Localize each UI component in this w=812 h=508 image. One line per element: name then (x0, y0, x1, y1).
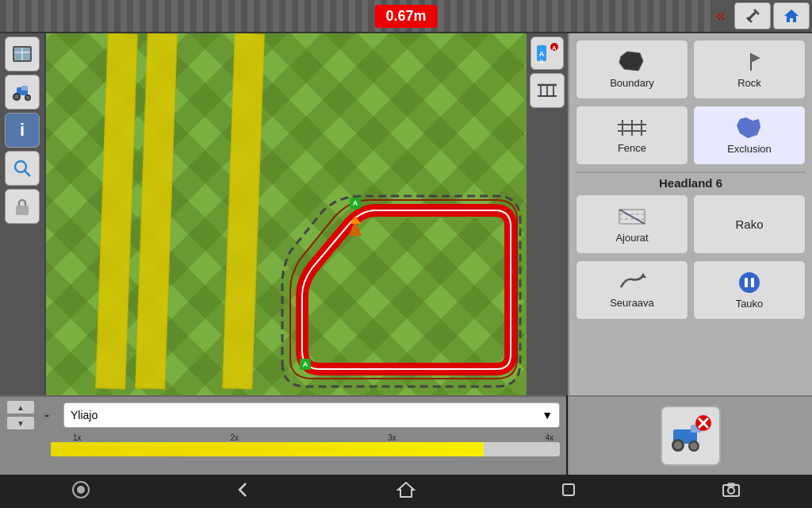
panel-section-2: Fence Exclusion (569, 106, 812, 171)
svg-marker-1 (784, 10, 799, 22)
svg-point-55 (691, 443, 698, 450)
panel-section-4: Seuraava Tauko (569, 260, 812, 326)
exclusion-icon (735, 116, 764, 140)
svg-text:B: B (540, 59, 544, 64)
svg-rect-63 (563, 484, 574, 495)
speed-2x: 2x (230, 433, 239, 442)
ajourat-icon (618, 205, 646, 229)
recents-button[interactable] (546, 477, 591, 506)
mode-dropdown-value: Yliajo (71, 409, 98, 421)
svg-text:A: A (303, 360, 308, 368)
svg-point-61 (77, 486, 85, 494)
speed-down-button[interactable]: ▼ (6, 416, 35, 430)
exclusion-label: Exclusion (727, 143, 772, 155)
svg-marker-37 (640, 273, 646, 278)
control-bar: ▲ ▼ - Yliajo ▼ 1x 2x 3x 4x (0, 395, 566, 475)
android-home-button[interactable] (384, 477, 428, 506)
svg-marker-62 (398, 483, 414, 497)
rako-label: Rako (735, 217, 763, 231)
panel-section-3: Ajourat Rako (569, 191, 812, 260)
rako-button[interactable]: Rako (693, 194, 806, 254)
svg-rect-14 (16, 206, 29, 215)
home-button[interactable] (773, 2, 810, 29)
svg-point-53 (674, 441, 682, 449)
chevrons-right-icon: « (716, 6, 726, 26)
svg-text:A: A (539, 50, 545, 58)
seuraava-icon (618, 271, 646, 294)
boundary-icon (618, 50, 646, 74)
svg-rect-39 (745, 278, 748, 287)
svg-text:A: A (552, 44, 557, 52)
svg-point-10 (26, 96, 30, 100)
bottom-bar (0, 475, 812, 508)
logo-button[interactable] (59, 477, 103, 506)
camera-button[interactable] (709, 477, 753, 506)
mode-dropdown[interactable]: Yliajo ▼ (63, 402, 560, 428)
sidebar-map-button[interactable] (5, 37, 40, 71)
ajourat-label: Ajourat (615, 232, 648, 244)
rock-icon (735, 50, 764, 74)
track-svg: A A (259, 156, 544, 402)
ajourat-button[interactable]: Ajourat (576, 194, 688, 254)
tauko-label: Tauko (736, 298, 764, 310)
chevron-left-area (0, 0, 406, 32)
svg-rect-0 (747, 11, 756, 21)
far-right-sidebar: A B A (527, 33, 568, 395)
sidebar-tractor-button[interactable] (5, 75, 40, 110)
bottom-right-action-area (568, 395, 812, 475)
boundary-button[interactable]: Boundary (576, 40, 688, 99)
top-bar: 0.67m « (0, 0, 812, 33)
speed-ticks: 1x 2x 3x 4x (51, 433, 560, 442)
sidebar-lock-button[interactable] (5, 189, 40, 224)
panel-section-1: Boundary Rock (569, 33, 812, 106)
minus-label: - (44, 407, 57, 424)
svg-marker-27 (751, 53, 760, 63)
speed-bar[interactable] (51, 442, 560, 456)
speed-arrows: ▲ ▼ (6, 400, 35, 430)
fence-button[interactable]: Fence (576, 106, 688, 165)
svg-point-38 (739, 272, 760, 293)
boundary-label: Boundary (610, 77, 654, 89)
svg-point-12 (15, 161, 26, 172)
sidebar-search-button[interactable] (5, 151, 40, 186)
speed-up-button[interactable]: ▲ (6, 400, 35, 414)
svg-rect-11 (21, 86, 28, 90)
tauko-icon (735, 271, 764, 294)
implement-button[interactable] (530, 73, 565, 108)
svg-rect-40 (751, 278, 754, 287)
control-top-row: ▲ ▼ - Yliajo ▼ (0, 397, 566, 433)
seuraava-label: Seuraava (610, 297, 654, 309)
svg-text:A: A (353, 199, 358, 207)
back-button[interactable] (221, 477, 266, 506)
speed-4x: 4x (545, 433, 553, 442)
ab-line-button[interactable]: A B A (530, 37, 564, 70)
tools-button[interactable] (734, 2, 771, 29)
stop-action-button[interactable] (661, 406, 721, 466)
svg-point-8 (14, 94, 19, 99)
seuraava-button[interactable]: Seuraava (576, 260, 688, 320)
exclusion-button[interactable]: Exclusion (693, 106, 806, 165)
headland-title: Headland 6 (576, 171, 806, 191)
rock-button[interactable]: Rock (693, 40, 806, 99)
sidebar-info-button[interactable]: i (5, 113, 40, 148)
mode-dropdown-arrow: ▼ (542, 409, 553, 421)
speed-1x: 1x (73, 433, 82, 442)
rock-label: Rock (737, 77, 761, 89)
svg-point-65 (728, 487, 734, 494)
map-area: N A A (46, 33, 566, 429)
fence-icon (616, 117, 648, 139)
svg-line-13 (25, 171, 30, 176)
tauko-button[interactable]: Tauko (693, 260, 806, 320)
distance-badge: 0.67m (374, 5, 437, 28)
speed-3x: 3x (388, 433, 396, 442)
speed-bar-fill (51, 442, 484, 456)
svg-line-36 (619, 210, 645, 224)
fence-label: Fence (618, 142, 646, 154)
